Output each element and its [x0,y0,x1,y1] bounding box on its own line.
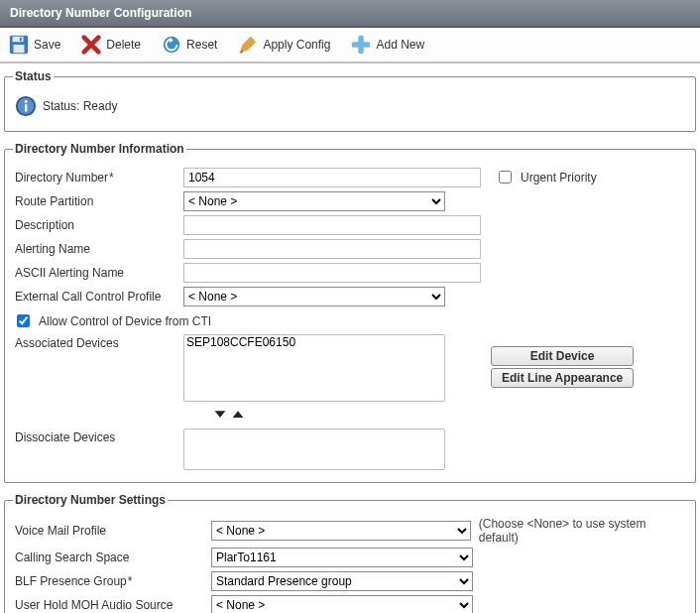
svg-rect-6 [352,42,370,48]
x-icon [80,34,102,56]
dns-legend: Directory Number Settings [13,493,168,507]
dissociate-devices-label: Dissociate Devices [13,429,183,446]
description-label: Description [13,216,183,234]
page-title: Directory Number Configuration [10,6,191,20]
pencil-icon [237,34,259,56]
route-partition-label: Route Partition [13,192,183,210]
urgent-priority-label: Urgent Priority [521,171,597,184]
svg-rect-3 [20,38,22,42]
calling-search-space-label: Calling Search Space [13,549,211,566]
directory-number-label: Directory Number [13,169,183,186]
route-partition-select[interactable]: < None > [183,191,445,211]
add-new-label: Add New [376,38,424,52]
voice-mail-profile-label: Voice Mail Profile [13,522,211,540]
alerting-name-input[interactable] [183,239,481,259]
blf-presence-group-label: BLF Presence Group [13,572,211,590]
plus-icon [350,34,372,56]
refresh-icon [161,34,182,56]
user-hold-moh-select[interactable]: < None > [211,595,473,613]
svg-rect-8 [25,104,27,111]
status-legend: Status [13,69,54,83]
external-call-control-select[interactable]: < None > [183,287,445,306]
reset-button[interactable]: Reset [157,32,221,58]
floppy-disk-icon [8,34,30,56]
description-input[interactable] [183,215,481,235]
dns-fieldset: Directory Number Settings Voice Mail Pro… [4,493,696,613]
move-down-icon[interactable] [212,406,228,425]
alerting-name-label: Alerting Name [13,240,183,258]
voice-mail-profile-hint: (Choose <None> to use system default) [479,517,687,545]
directory-number-input[interactable] [183,168,481,187]
status-fieldset: Status Status: Ready [4,69,696,132]
allow-cti-checkbox[interactable] [17,314,30,327]
external-call-control-label: External Call Control Profile [13,288,183,306]
allow-cti-label: Allow Control of Device from CTI [39,314,211,328]
add-new-button[interactable]: Add New [346,32,428,58]
associated-devices-label: Associated Devices [13,334,183,352]
info-icon [15,95,37,117]
delete-button[interactable]: Delete [76,32,145,58]
reset-label: Reset [186,38,217,52]
ascii-alerting-name-input[interactable] [183,263,481,283]
calling-search-space-select[interactable]: PlarTo1161 [211,548,473,567]
save-button[interactable]: Save [4,32,64,58]
dissociate-devices-list[interactable] [183,429,445,470]
blf-presence-group-select[interactable]: Standard Presence group [211,571,473,591]
title-bar: Directory Number Configuration [0,0,700,28]
apply-config-label: Apply Config [263,38,330,52]
edit-line-appearance-button[interactable]: Edit Line Appearance [491,368,634,388]
ascii-alerting-name-label: ASCII Alerting Name [13,264,183,282]
toolbar: Save Delete Reset Apply Config Add New [0,28,700,63]
urgent-priority-checkbox[interactable] [499,171,512,184]
dni-legend: Directory Number Information [13,142,186,156]
voice-mail-profile-select[interactable]: < None > [211,521,471,541]
status-text: Status: Ready [43,99,117,113]
svg-rect-1 [13,37,24,43]
svg-rect-2 [14,45,25,53]
associated-devices-list[interactable]: SEP108CCFE06150 [183,334,445,402]
user-hold-moh-label: User Hold MOH Audio Source [13,596,211,613]
dni-fieldset: Directory Number Information Directory N… [4,142,696,483]
edit-device-button[interactable]: Edit Device [491,346,634,366]
apply-config-button[interactable]: Apply Config [233,32,334,58]
svg-point-9 [25,100,28,103]
save-label: Save [34,38,60,52]
delete-label: Delete [106,38,141,52]
move-up-icon[interactable] [230,406,246,425]
